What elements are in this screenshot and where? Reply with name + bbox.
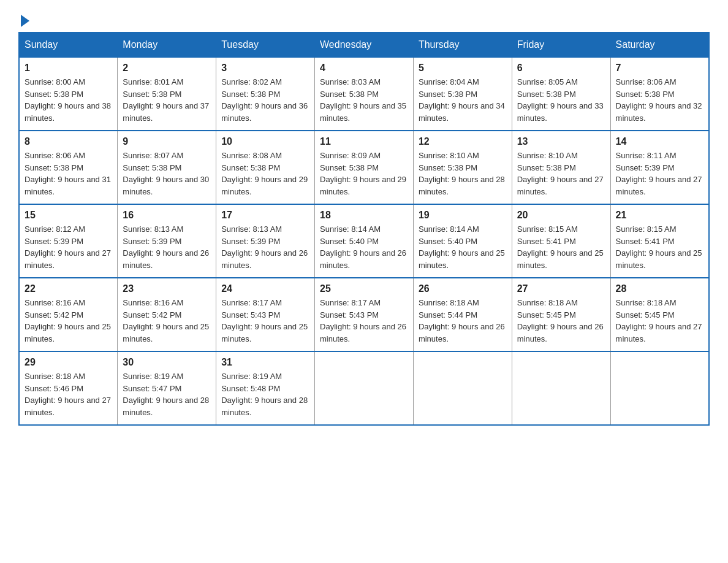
day-info: Sunrise: 8:07 AMSunset: 5:38 PMDaylight:… (123, 150, 211, 197)
calendar-cell: 5Sunrise: 8:04 AMSunset: 5:38 PMDaylight… (413, 57, 512, 131)
day-info: Sunrise: 8:18 AMSunset: 5:44 PMDaylight:… (419, 297, 507, 345)
day-number: 2 (123, 63, 211, 74)
day-info: Sunrise: 8:16 AMSunset: 5:42 PMDaylight:… (25, 297, 112, 345)
calendar-cell: 21Sunrise: 8:15 AMSunset: 5:41 PMDayligh… (610, 204, 709, 278)
day-number: 31 (221, 357, 309, 368)
day-info: Sunrise: 8:08 AMSunset: 5:38 PMDaylight:… (221, 150, 309, 197)
calendar-cell: 19Sunrise: 8:14 AMSunset: 5:40 PMDayligh… (413, 204, 512, 278)
day-info: Sunrise: 8:18 AMSunset: 5:45 PMDaylight:… (517, 297, 605, 345)
calendar-cell (315, 351, 414, 425)
calendar-cell: 22Sunrise: 8:16 AMSunset: 5:42 PMDayligh… (19, 278, 118, 351)
day-number: 28 (616, 283, 703, 294)
day-number: 15 (25, 210, 112, 221)
day-info: Sunrise: 8:13 AMSunset: 5:39 PMDaylight:… (221, 223, 309, 271)
calendar-table: SundayMondayTuesdayWednesdayThursdayFrid… (18, 32, 710, 426)
day-number: 20 (517, 210, 605, 221)
calendar-cell: 24Sunrise: 8:17 AMSunset: 5:43 PMDayligh… (216, 278, 315, 351)
calendar-cell: 18Sunrise: 8:14 AMSunset: 5:40 PMDayligh… (315, 204, 414, 278)
day-number: 18 (320, 210, 408, 221)
calendar-header-wednesday: Wednesday (315, 33, 414, 57)
day-number: 4 (320, 63, 408, 74)
day-info: Sunrise: 8:09 AMSunset: 5:38 PMDaylight:… (320, 150, 408, 197)
day-info: Sunrise: 8:10 AMSunset: 5:38 PMDaylight:… (517, 150, 605, 197)
calendar-cell (512, 351, 610, 425)
day-info: Sunrise: 8:06 AMSunset: 5:38 PMDaylight:… (616, 76, 703, 124)
day-info: Sunrise: 8:17 AMSunset: 5:43 PMDaylight:… (221, 297, 309, 345)
day-number: 13 (517, 136, 605, 147)
calendar-header-sunday: Sunday (19, 33, 118, 57)
day-number: 3 (221, 63, 309, 74)
day-number: 17 (221, 210, 309, 221)
calendar-cell: 30Sunrise: 8:19 AMSunset: 5:47 PMDayligh… (118, 351, 216, 425)
calendar-cell: 4Sunrise: 8:03 AMSunset: 5:38 PMDaylight… (315, 57, 414, 131)
day-info: Sunrise: 8:00 AMSunset: 5:38 PMDaylight:… (25, 76, 112, 124)
calendar-header-monday: Monday (118, 33, 216, 57)
day-number: 22 (25, 283, 112, 294)
calendar-cell: 10Sunrise: 8:08 AMSunset: 5:38 PMDayligh… (216, 131, 315, 204)
calendar-cell: 16Sunrise: 8:13 AMSunset: 5:39 PMDayligh… (118, 204, 216, 278)
calendar-cell (610, 351, 709, 425)
day-info: Sunrise: 8:18 AMSunset: 5:45 PMDaylight:… (616, 297, 703, 345)
calendar-week-row: 22Sunrise: 8:16 AMSunset: 5:42 PMDayligh… (19, 278, 709, 351)
calendar-cell: 9Sunrise: 8:07 AMSunset: 5:38 PMDaylight… (118, 131, 216, 204)
day-number: 16 (123, 210, 211, 221)
day-number: 26 (419, 283, 507, 294)
calendar-cell: 25Sunrise: 8:17 AMSunset: 5:43 PMDayligh… (315, 278, 414, 351)
day-number: 7 (616, 63, 703, 74)
day-number: 19 (419, 210, 507, 221)
calendar-cell: 23Sunrise: 8:16 AMSunset: 5:42 PMDayligh… (118, 278, 216, 351)
day-info: Sunrise: 8:06 AMSunset: 5:38 PMDaylight:… (25, 150, 112, 197)
calendar-header-friday: Friday (512, 33, 610, 57)
day-number: 30 (123, 357, 211, 368)
day-number: 5 (419, 63, 507, 74)
day-info: Sunrise: 8:11 AMSunset: 5:39 PMDaylight:… (616, 150, 703, 197)
calendar-week-row: 29Sunrise: 8:18 AMSunset: 5:46 PMDayligh… (19, 351, 709, 425)
day-number: 21 (616, 210, 703, 221)
calendar-cell: 31Sunrise: 8:19 AMSunset: 5:48 PMDayligh… (216, 351, 315, 425)
calendar-cell (413, 351, 512, 425)
logo (18, 12, 29, 26)
calendar-header-saturday: Saturday (610, 33, 709, 57)
day-number: 25 (320, 283, 408, 294)
day-info: Sunrise: 8:10 AMSunset: 5:38 PMDaylight:… (419, 150, 507, 197)
calendar-cell: 11Sunrise: 8:09 AMSunset: 5:38 PMDayligh… (315, 131, 414, 204)
day-number: 1 (25, 63, 112, 74)
day-info: Sunrise: 8:12 AMSunset: 5:39 PMDaylight:… (25, 223, 112, 271)
day-info: Sunrise: 8:19 AMSunset: 5:47 PMDaylight:… (123, 370, 211, 418)
logo-arrow-icon (21, 15, 29, 27)
day-info: Sunrise: 8:18 AMSunset: 5:46 PMDaylight:… (25, 370, 112, 418)
day-info: Sunrise: 8:02 AMSunset: 5:38 PMDaylight:… (221, 76, 309, 124)
calendar-cell: 7Sunrise: 8:06 AMSunset: 5:38 PMDaylight… (610, 57, 709, 131)
day-number: 14 (616, 136, 703, 147)
calendar-cell: 1Sunrise: 8:00 AMSunset: 5:38 PMDaylight… (19, 57, 118, 131)
day-number: 29 (25, 357, 112, 368)
day-number: 11 (320, 136, 408, 147)
calendar-cell: 26Sunrise: 8:18 AMSunset: 5:44 PMDayligh… (413, 278, 512, 351)
calendar-cell: 17Sunrise: 8:13 AMSunset: 5:39 PMDayligh… (216, 204, 315, 278)
calendar-header-thursday: Thursday (413, 33, 512, 57)
day-info: Sunrise: 8:14 AMSunset: 5:40 PMDaylight:… (320, 223, 408, 271)
calendar-cell: 6Sunrise: 8:05 AMSunset: 5:38 PMDaylight… (512, 57, 610, 131)
day-info: Sunrise: 8:19 AMSunset: 5:48 PMDaylight:… (221, 370, 309, 418)
day-info: Sunrise: 8:01 AMSunset: 5:38 PMDaylight:… (123, 76, 211, 124)
calendar-cell: 8Sunrise: 8:06 AMSunset: 5:38 PMDaylight… (19, 131, 118, 204)
calendar-cell: 28Sunrise: 8:18 AMSunset: 5:45 PMDayligh… (610, 278, 709, 351)
day-number: 8 (25, 136, 112, 147)
calendar-cell: 14Sunrise: 8:11 AMSunset: 5:39 PMDayligh… (610, 131, 709, 204)
calendar-cell: 29Sunrise: 8:18 AMSunset: 5:46 PMDayligh… (19, 351, 118, 425)
calendar-cell: 20Sunrise: 8:15 AMSunset: 5:41 PMDayligh… (512, 204, 610, 278)
day-info: Sunrise: 8:13 AMSunset: 5:39 PMDaylight:… (123, 223, 211, 271)
calendar-header-tuesday: Tuesday (216, 33, 315, 57)
day-number: 27 (517, 283, 605, 294)
calendar-cell: 15Sunrise: 8:12 AMSunset: 5:39 PMDayligh… (19, 204, 118, 278)
page-header (18, 12, 710, 26)
calendar-cell: 13Sunrise: 8:10 AMSunset: 5:38 PMDayligh… (512, 131, 610, 204)
day-info: Sunrise: 8:15 AMSunset: 5:41 PMDaylight:… (517, 223, 605, 271)
calendar-cell: 12Sunrise: 8:10 AMSunset: 5:38 PMDayligh… (413, 131, 512, 204)
calendar-header-row: SundayMondayTuesdayWednesdayThursdayFrid… (19, 33, 709, 57)
calendar-cell: 3Sunrise: 8:02 AMSunset: 5:38 PMDaylight… (216, 57, 315, 131)
calendar-cell: 27Sunrise: 8:18 AMSunset: 5:45 PMDayligh… (512, 278, 610, 351)
calendar-week-row: 15Sunrise: 8:12 AMSunset: 5:39 PMDayligh… (19, 204, 709, 278)
day-number: 24 (221, 283, 309, 294)
day-number: 9 (123, 136, 211, 147)
